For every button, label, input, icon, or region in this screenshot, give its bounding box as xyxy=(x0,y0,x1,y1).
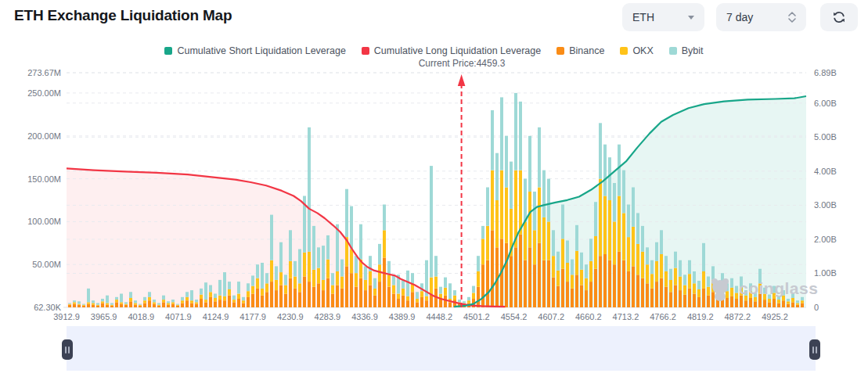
x-axis-tick: 4283.9 xyxy=(315,312,341,321)
range-scrollbar-track[interactable] xyxy=(67,326,816,371)
x-axis-tick: 4501.2 xyxy=(463,312,490,321)
x-axis-tick: 4177.9 xyxy=(240,312,266,321)
right-axis-tick: 3.00B xyxy=(814,200,837,210)
x-axis-tick: 4607.2 xyxy=(538,312,564,321)
left-axis-tick: 100.00M xyxy=(27,217,61,226)
liquidation-chart[interactable]: 273.67M250.00M200.00M150.00M100.00M50.00… xyxy=(0,0,868,328)
x-axis-tick: 4713.2 xyxy=(613,312,639,321)
right-axis-tick: 6.89B xyxy=(814,68,837,77)
left-axis-tick: 50.00M xyxy=(32,260,61,269)
x-axis-tick: 3965.9 xyxy=(91,312,117,321)
x-axis-tick: 4554.2 xyxy=(501,312,528,321)
x-axis-tick: 4336.9 xyxy=(351,312,378,321)
x-axis-tick: 4071.9 xyxy=(165,312,192,321)
x-axis-tick: 4872.2 xyxy=(725,312,751,321)
x-axis-tick: 4925.2 xyxy=(762,312,788,321)
range-handle-left[interactable] xyxy=(62,339,73,360)
x-axis-tick: 4230.9 xyxy=(277,312,304,321)
x-axis-tick: 4389.9 xyxy=(389,312,416,321)
right-axis-tick: 2.00B xyxy=(814,235,837,244)
x-axis-tick: 4660.2 xyxy=(575,312,602,321)
left-axis-tick: 250.00M xyxy=(27,88,61,98)
left-axis-tick: 200.00M xyxy=(27,131,61,141)
x-axis-tick: 4766.2 xyxy=(650,312,676,321)
x-axis-tick: 4448.2 xyxy=(426,312,452,321)
right-axis-tick: 5.00B xyxy=(814,132,837,142)
range-handle-right[interactable] xyxy=(809,339,820,360)
right-axis-tick: 1.00B xyxy=(814,268,837,278)
x-axis-tick: 3912.9 xyxy=(53,312,80,321)
right-axis-tick: 4.00B xyxy=(814,167,837,176)
x-axis-tick: 4018.9 xyxy=(128,312,154,321)
left-axis-tick: 150.00M xyxy=(27,174,61,184)
left-axis-tick: 273.67M xyxy=(27,68,61,77)
right-axis-tick: 6.00B xyxy=(814,99,837,108)
x-axis-tick: 4124.9 xyxy=(203,312,229,321)
left-axis-tick: 62.30K xyxy=(34,303,62,312)
right-axis-tick: 0 xyxy=(814,303,819,312)
current-price-arrow-icon xyxy=(458,74,466,86)
x-axis-tick: 4819.2 xyxy=(687,312,714,321)
